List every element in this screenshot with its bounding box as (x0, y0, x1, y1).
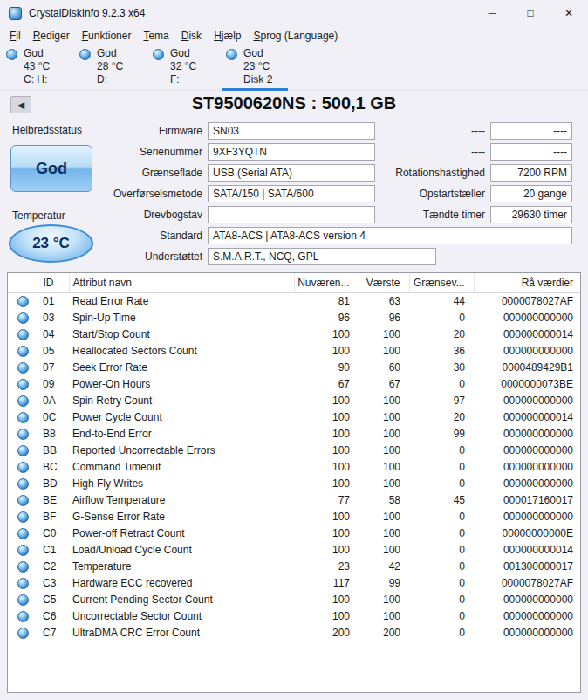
attr-raw-cell: 000017160017 (474, 491, 580, 508)
attr-raw-cell: 000000000000 (474, 342, 580, 359)
attr-threshold-cell: 0 (409, 458, 474, 475)
table-row[interactable]: C6Uncorrectable Sector Count100100000000… (8, 607, 580, 624)
info-row-rotation-rate: Rotationshastighed 7200 RPM (384, 164, 572, 182)
attr-threshold-cell: 0 (409, 574, 474, 591)
app-icon (9, 7, 22, 20)
attr-name-cell: Reallocated Sectors Count (69, 342, 294, 359)
menu-item-sprog[interactable]: Sprog (Language) (247, 28, 344, 44)
health-orb-icon (8, 359, 38, 375)
drive-tab-disk2[interactable]: God 23 °C Disk 2 (220, 45, 293, 90)
table-row[interactable]: 09Power-On Hours676700000000073BE (8, 375, 580, 392)
drive-tab-c[interactable]: God 43 °C C: H: (0, 45, 73, 90)
table-row[interactable]: 07Seek Error Rate9060300000489429B1 (8, 359, 580, 375)
attr-worst-cell: 100 (359, 607, 409, 624)
table-row[interactable]: 04Start/Stop Count10010020000000000014 (8, 326, 580, 342)
attr-worst-cell: 100 (359, 591, 409, 607)
attr-name-cell: Seek Error Rate (69, 359, 294, 375)
attr-id-cell: 03 (38, 309, 69, 326)
blank-label: ---- (384, 146, 490, 158)
attr-threshold-cell: 0 (409, 525, 474, 541)
health-orb-icon (153, 49, 164, 60)
table-row[interactable]: C2Temperature23420001300000017 (8, 558, 580, 574)
close-icon[interactable]: ✕ (550, 0, 588, 26)
health-orb-icon (8, 607, 38, 624)
window-title: CrystalDiskInfo 9.2.3 x64 (29, 7, 145, 19)
table-row[interactable]: C1Load/Unload Cycle Count100100000000000… (8, 541, 580, 558)
attr-name-cell: UltraDMA CRC Error Count (69, 624, 294, 641)
attr-name-cell: Power Cycle Count (69, 408, 294, 425)
health-orb-icon (8, 491, 38, 508)
table-row[interactable]: BBReported Uncorrectable Errors100100000… (8, 442, 580, 458)
drive-tab-d[interactable]: God 28 °C D: (73, 45, 147, 90)
drive-temp: 28 °C (97, 60, 147, 73)
maximize-icon[interactable]: □ (511, 0, 550, 26)
attr-worst-cell: 100 (359, 425, 409, 442)
table-row[interactable]: 01Read Error Rate8163440000078027AF (8, 292, 580, 309)
table-row[interactable]: 03Spin-Up Time96960000000000000 (8, 309, 580, 326)
attr-worst-cell: 100 (359, 525, 409, 541)
attr-current-cell: 100 (294, 442, 359, 458)
menu-item-disk[interactable]: Disk (175, 28, 208, 44)
attr-id-cell: BF (38, 508, 69, 525)
attr-raw-cell: 00000000000E (474, 525, 580, 541)
attr-worst-cell: 96 (359, 309, 409, 326)
attr-raw-cell: 0000000073BE (474, 375, 580, 392)
attr-current-cell: 100 (294, 326, 359, 342)
attr-threshold-cell: 0 (409, 475, 474, 491)
attr-raw-cell: 000000000000 (474, 442, 580, 458)
menu-item-hjaelp[interactable]: Hjælp (208, 28, 247, 44)
standard-label: Standard (52, 230, 208, 242)
health-orb-icon (8, 525, 38, 541)
attr-current-cell: 100 (294, 342, 359, 359)
menu-item-rediger[interactable]: Rediger (27, 28, 76, 44)
health-orb-icon (8, 326, 38, 342)
table-row[interactable]: B8End-to-End Error10010099000000000000 (8, 425, 580, 442)
rotation-rate-value: 7200 RPM (490, 164, 572, 182)
drive-tab-f[interactable]: God 32 °C F: (147, 45, 220, 90)
table-row[interactable]: C5Current Pending Sector Count1001000000… (8, 591, 580, 607)
health-orb-icon (8, 591, 38, 607)
table-row[interactable]: BEAirflow Temperature775845000017160017 (8, 491, 580, 508)
attr-name-cell: Current Pending Sector Count (69, 591, 294, 607)
blank-label: ---- (384, 125, 490, 137)
table-row[interactable]: 0ASpin Retry Count10010097000000000000 (8, 392, 580, 408)
table-row[interactable]: C7UltraDMA CRC Error Count20020000000000… (8, 624, 580, 641)
attr-current-cell: 100 (294, 607, 359, 624)
attr-name-cell: Power-On Hours (69, 375, 294, 392)
attr-threshold-cell: 0 (409, 558, 474, 574)
minimize-icon[interactable]: ─ (473, 0, 511, 26)
attr-name-cell: Spin-Up Time (69, 309, 294, 326)
attr-current-cell: 100 (294, 591, 359, 607)
health-orb-icon (8, 342, 38, 359)
attr-current-cell: 100 (294, 392, 359, 408)
attr-id-cell: BD (38, 475, 69, 491)
attr-raw-cell: 000000000014 (474, 541, 580, 558)
table-row[interactable]: BCCommand Timeout1001000000000000000 (8, 458, 580, 475)
menu-item-fil[interactable]: Fil (3, 28, 27, 44)
disk-title: ST9500620NS : 500,1 GB (0, 93, 588, 113)
table-row[interactable]: BFG-Sense Error Rate1001000000000000000 (8, 508, 580, 525)
attr-current-cell: 67 (294, 375, 359, 392)
health-orb-icon (226, 49, 237, 60)
attr-raw-cell: 000000000000 (474, 607, 580, 624)
table-row[interactable]: C0Power-off Retract Count100100000000000… (8, 525, 580, 541)
table-row[interactable]: BDHigh Fly Writes1001000000000000000 (8, 475, 580, 491)
smart-table-body: 01Read Error Rate8163440000078027AF03Spi… (8, 292, 580, 641)
table-row[interactable]: 05Reallocated Sectors Count1001003600000… (8, 342, 580, 359)
drive-letter-value (208, 206, 375, 223)
health-orb-icon (8, 475, 38, 491)
attr-worst-cell: 100 (359, 475, 409, 491)
attr-threshold-cell: 0 (409, 607, 474, 624)
blank-value: ---- (490, 143, 572, 161)
menu-item-tema[interactable]: Tema (137, 28, 174, 44)
table-row[interactable]: 0CPower Cycle Count10010020000000000014 (8, 408, 580, 425)
attr-name-cell: Hardware ECC recovered (69, 574, 294, 591)
table-header-row: ID Attribut navn Nuværen... Værste Græns… (8, 273, 580, 292)
menu-item-funktioner[interactable]: Funktioner (76, 28, 138, 44)
health-orb-icon (8, 375, 38, 392)
interface-label: Grænseflade (52, 167, 208, 179)
table-row[interactable]: C3Hardware ECC recovered1179900000078027… (8, 574, 580, 591)
attr-raw-cell: 001300000017 (474, 558, 580, 574)
attr-current-cell: 90 (294, 359, 359, 375)
health-orb-icon (8, 541, 38, 558)
